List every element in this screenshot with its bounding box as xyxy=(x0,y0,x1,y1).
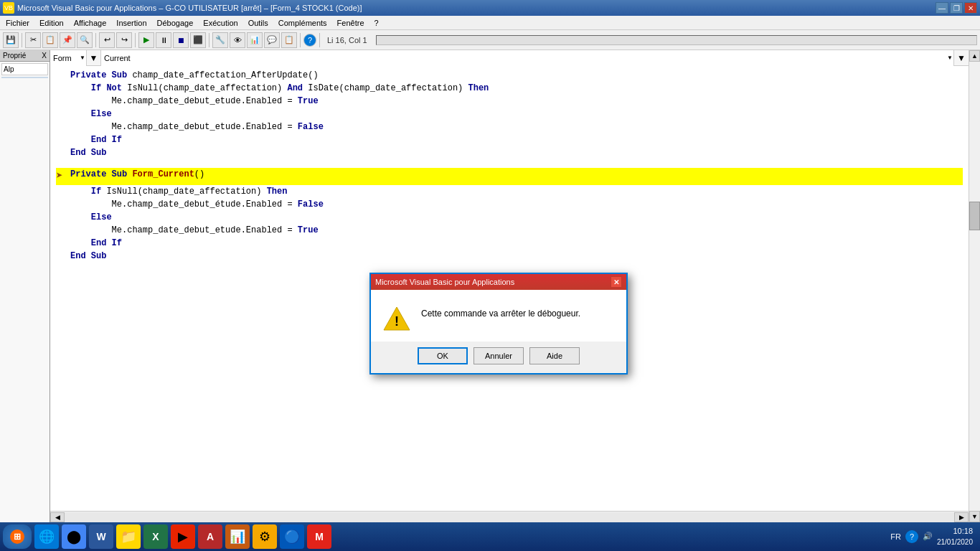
object-selector[interactable]: Form xyxy=(50,50,87,66)
toolbar-find[interactable]: 🔍 xyxy=(77,32,93,48)
scroll-right-btn[interactable]: ▶ xyxy=(954,512,969,522)
code-text-5: Me.champ_date_debut_etude.Enabled = Fals… xyxy=(70,121,963,133)
toolbar-run[interactable]: ▶ xyxy=(138,32,154,48)
toolbar-design[interactable]: 🔧 xyxy=(212,32,228,48)
properties-content: Alp xyxy=(0,62,50,522)
menu-complements[interactable]: Compléments xyxy=(274,17,331,29)
event-selector[interactable]: Current xyxy=(101,50,954,66)
code-line-2: If Not IsNull(champ_date_affectation) An… xyxy=(56,82,963,95)
menu-fenetre[interactable]: Fenêtre xyxy=(333,17,369,29)
toolbar-reset[interactable]: ⬛ xyxy=(190,32,206,48)
start-icon: ⊞ xyxy=(10,529,24,544)
scroll-track xyxy=(969,62,980,202)
taskbar-word[interactable]: W xyxy=(89,524,113,549)
separator-6 xyxy=(319,33,320,47)
separator-1 xyxy=(22,33,22,47)
debug-arrow-icon: ➤ xyxy=(56,168,70,185)
tray-lang: FR xyxy=(890,532,901,541)
dialog: Microsoft Visual Basic pour Applications… xyxy=(369,273,628,375)
menu-edition[interactable]: Edition xyxy=(35,17,68,29)
object-dropdown-btn[interactable]: ▼ xyxy=(87,50,101,66)
event-dropdown-btn[interactable]: ▼ xyxy=(954,50,969,66)
taskbar: ⊞ 🌐 ⬤ W 📁 X ▶ A 📊 ⚙ 🔵 M FR ? 🔊 10:18 21/… xyxy=(0,522,980,551)
app-icon: VB xyxy=(3,2,14,14)
code-line-10: Me.champ_date_debut_étude.Enabled = Fals… xyxy=(56,198,963,211)
properties-header: Proprié X xyxy=(0,50,50,62)
menu-affichage[interactable]: Affichage xyxy=(70,17,111,29)
properties-close[interactable]: X xyxy=(42,52,47,60)
toolbar-paste[interactable]: 📌 xyxy=(60,32,75,48)
toolbar-undo[interactable]: ↩ xyxy=(99,32,115,48)
taskbar-explorer[interactable]: 📁 xyxy=(116,524,141,549)
scroll-down-btn[interactable]: ▼ xyxy=(969,511,980,522)
menu-outils[interactable]: Outils xyxy=(244,17,273,29)
scroll-up-btn[interactable]: ▲ xyxy=(969,50,980,62)
taskbar-excel[interactable]: X xyxy=(143,524,168,549)
code-text-arrow: Private Sub Form_Current() xyxy=(70,168,963,181)
properties-selector[interactable]: Alp xyxy=(1,63,48,75)
menu-help[interactable]: ? xyxy=(370,17,383,29)
horizontal-scrollbar[interactable] xyxy=(65,512,954,522)
warning-icon: ! xyxy=(382,304,411,333)
close-button[interactable]: ✕ xyxy=(964,2,977,14)
taskbar-settings[interactable]: ⚙ xyxy=(253,524,277,549)
taskbar-ie[interactable]: 🌐 xyxy=(34,524,59,549)
menu-insertion[interactable]: Insertion xyxy=(112,17,151,29)
dialog-message: Cette commande va arrêter le débogueur. xyxy=(421,304,580,319)
menu-fichier[interactable]: Fichier xyxy=(1,17,34,29)
dialog-cancel-button[interactable]: Annuler xyxy=(473,347,524,364)
code-text-2: If Not IsNull(champ_date_affectation) An… xyxy=(70,82,963,95)
taskbar-mi[interactable]: M xyxy=(307,524,331,549)
toolbar-locals[interactable]: 📊 xyxy=(247,32,263,48)
tray-sound[interactable]: 🔊 xyxy=(923,532,933,541)
window-title: Microsoft Visual Basic pour Applications… xyxy=(17,4,362,12)
toolbar-help[interactable]: ? xyxy=(303,34,316,47)
dialog-ok-button[interactable]: OK xyxy=(418,347,468,364)
taskbar-access[interactable]: A xyxy=(198,524,222,549)
taskbar-media[interactable]: ▶ xyxy=(171,524,195,549)
toolbar-slider[interactable] xyxy=(376,35,977,45)
toolbar: 💾 ✂ 📋 📌 🔍 ↩ ↪ ▶ ⏸ ⏹ ⬛ 🔧 👁 📊 💬 📋 ? Li 16,… xyxy=(0,30,980,50)
code-line-3: Me.champ_date_debut_etude.Enabled = True xyxy=(56,95,963,108)
code-text-12: Me.champ_date_debut_etude.Enabled = True xyxy=(70,224,963,237)
menu-execution[interactable]: Exécution xyxy=(199,17,242,29)
toolbar-redo[interactable]: ↪ xyxy=(116,32,132,48)
separator-2 xyxy=(95,33,96,47)
taskbar-chrome[interactable]: ⬤ xyxy=(62,524,86,549)
tray-help[interactable]: ? xyxy=(905,530,918,543)
code-text-7: End Sub xyxy=(70,146,963,159)
menu-debogage[interactable]: Débogage xyxy=(153,17,198,29)
toolbar-watch[interactable]: 👁 xyxy=(230,32,245,48)
code-line-6: End If xyxy=(56,133,963,146)
separator-5 xyxy=(300,33,301,47)
dialog-title: Microsoft Visual Basic pour Applications xyxy=(375,278,514,286)
vertical-scrollbar[interactable]: ▲ ▼ xyxy=(969,50,980,522)
dialog-help-button[interactable]: Aide xyxy=(529,347,580,364)
code-line-1: Private Sub champ_date_affectation_After… xyxy=(56,69,963,82)
cursor-position: Li 16, Col 1 xyxy=(323,36,372,44)
toolbar-immediate[interactable]: 💬 xyxy=(264,32,280,48)
toolbar-stop[interactable]: ⏹ xyxy=(173,32,189,48)
minimize-button[interactable]: — xyxy=(936,2,948,14)
window-controls: — ❐ ✕ xyxy=(936,2,977,14)
start-button[interactable]: ⊞ xyxy=(3,524,32,549)
clock: 10:18 21/01/2020 xyxy=(937,526,973,547)
code-text-1: Private Sub champ_date_affectation_After… xyxy=(70,69,963,82)
taskbar-chart[interactable]: 📊 xyxy=(225,524,250,549)
code-text-3: Me.champ_date_debut_etude.Enabled = True xyxy=(70,95,963,108)
toolbar-save[interactable]: 💾 xyxy=(3,32,19,48)
scroll-track-2 xyxy=(969,230,980,511)
restore-button[interactable]: ❐ xyxy=(950,2,963,14)
taskbar-blue[interactable]: 🔵 xyxy=(280,524,304,549)
toolbar-stack[interactable]: 📋 xyxy=(281,32,297,48)
code-text-4: Else xyxy=(70,108,963,121)
code-text-14: End Sub xyxy=(70,250,963,263)
dialog-close-button[interactable]: ✕ xyxy=(611,276,622,288)
toolbar-cut[interactable]: ✂ xyxy=(25,32,41,48)
code-line-9: If IsNull(champ_date_affectation) Then xyxy=(56,185,963,198)
scroll-thumb[interactable] xyxy=(969,202,980,230)
toolbar-copy[interactable]: 📋 xyxy=(42,32,58,48)
toolbar-pause[interactable]: ⏸ xyxy=(156,32,171,48)
code-text-10: Me.champ_date_debut_étude.Enabled = Fals… xyxy=(70,198,963,211)
scroll-left-btn[interactable]: ◀ xyxy=(50,512,65,522)
